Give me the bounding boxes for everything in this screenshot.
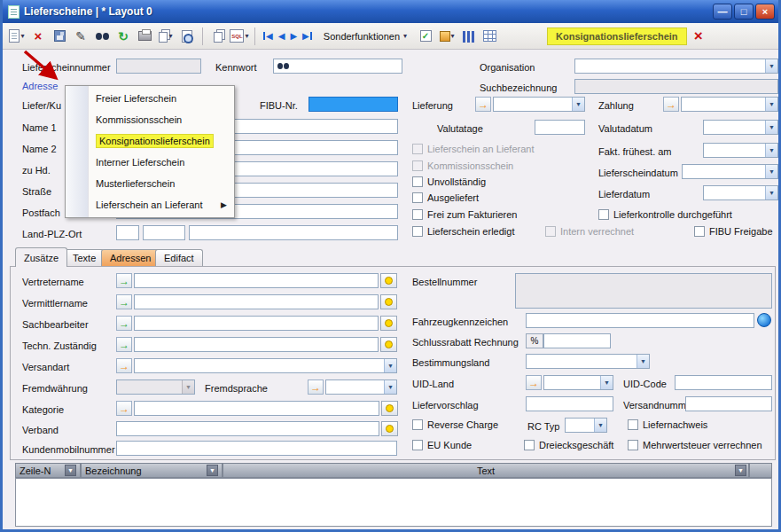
copy-button[interactable] — [208, 27, 228, 46]
adresse-link[interactable]: Adresse — [22, 80, 58, 92]
unvollstaendig-checkbox[interactable] — [412, 176, 423, 187]
valutatage-input[interactable] — [535, 120, 585, 135]
fill-dropdown-arrow[interactable]: ▾ — [451, 32, 455, 40]
chevron-down-icon[interactable]: ▼ — [765, 144, 777, 157]
search-button[interactable] — [92, 27, 112, 46]
edit-button[interactable]: ✎ — [71, 27, 90, 46]
filter-dropdown-icon[interactable]: ▼ — [207, 465, 218, 476]
new-dropdown-arrow[interactable]: ▾ — [20, 32, 24, 40]
uid-code-input[interactable] — [675, 375, 772, 390]
table-header-zeile[interactable]: Zeile-N ▼ — [15, 463, 81, 478]
refresh-button[interactable]: ↻ — [113, 27, 133, 46]
kategorie-lookup-button[interactable]: → — [116, 401, 132, 416]
chevron-down-icon[interactable]: ▼ — [765, 98, 777, 111]
versandart-lookup-button[interactable]: → — [116, 358, 132, 373]
sonderfunktionen-button[interactable]: Sonderfunktionen ▾ — [316, 27, 414, 46]
nav-last-button[interactable]: ▶ — [301, 27, 315, 45]
fakt-fruehest-date-input[interactable]: ▼ — [703, 143, 778, 158]
fibu-nr-input[interactable] — [308, 97, 398, 112]
mehrwertsteuer-checkbox[interactable] — [628, 440, 638, 450]
sql-dropdown-arrow[interactable]: ▾ — [245, 32, 248, 40]
rc-typ-combo[interactable]: ▼ — [565, 418, 607, 433]
dreiecksgeschaeft-checkbox[interactable] — [524, 440, 535, 450]
tab-edifact[interactable]: Edifact — [155, 249, 203, 266]
menu-item-freier-lieferschein[interactable]: Freier Lieferschein — [66, 88, 234, 109]
intern-verrechnet-checkbox[interactable] — [545, 226, 556, 237]
chevron-down-icon[interactable]: ▼ — [572, 98, 584, 111]
vertretername-input[interactable] — [134, 273, 379, 288]
nav-first-button[interactable]: ◀ — [261, 27, 275, 45]
frei-zum-fakturieren-checkbox[interactable] — [412, 209, 423, 220]
kategorie-phone-button[interactable] — [381, 401, 398, 416]
bestellnummer-box[interactable] — [515, 273, 772, 309]
lieferkontrolle-checkbox[interactable] — [598, 209, 609, 220]
valutadatum-date-input[interactable]: ▼ — [703, 120, 778, 135]
schlussrabatt-input[interactable] — [543, 333, 611, 348]
table-body[interactable] — [15, 478, 772, 527]
lieferschein-erledigt-checkbox[interactable] — [412, 226, 423, 237]
vertretername-lookup-button[interactable]: → — [116, 273, 132, 288]
uid-land-lookup-button[interactable]: → — [526, 375, 542, 390]
chevron-down-icon[interactable]: ▼ — [182, 380, 194, 394]
lieferung-lookup-button[interactable]: → — [475, 97, 491, 112]
eu-kunde-checkbox[interactable] — [412, 440, 423, 450]
sachbearbeiter-input[interactable] — [134, 316, 379, 331]
chevron-down-icon[interactable]: ▼ — [594, 419, 606, 432]
kategorie-input[interactable] — [134, 401, 379, 416]
layout-button[interactable]: ▾ — [156, 27, 176, 46]
tab-adressen[interactable]: Adressen — [101, 249, 160, 266]
context-clear-button[interactable]: × — [689, 27, 708, 46]
ausgeliefert-checkbox[interactable] — [412, 192, 423, 203]
chevron-down-icon[interactable]: ▼ — [765, 121, 777, 134]
layout-dropdown-arrow[interactable]: ▾ — [168, 32, 172, 40]
liefernachweis-checkbox[interactable] — [628, 419, 638, 430]
vermittlername-phone-button[interactable] — [380, 294, 397, 309]
delete-button[interactable]: × — [28, 27, 48, 46]
bestimmungsland-combo[interactable]: ▼ — [526, 354, 650, 369]
menu-item-kommissionsschein[interactable]: Kommissionsschein — [66, 109, 234, 130]
chevron-down-icon[interactable]: ▼ — [384, 359, 396, 372]
techn-zustaendig-input[interactable] — [134, 337, 379, 352]
fremdwaehrung-combo[interactable]: ▼ — [116, 379, 195, 395]
chevron-down-icon[interactable]: ▼ — [765, 165, 777, 178]
versandart-combo[interactable]: ▼ — [134, 358, 397, 373]
checkbox-tool-button[interactable]: ✓ — [416, 27, 435, 46]
kundenmobilnummer-input[interactable] — [116, 441, 397, 456]
fibu-freigabe-checkbox[interactable] — [694, 226, 705, 237]
chevron-down-icon[interactable]: ▼ — [765, 59, 777, 73]
fremdsprache-combo[interactable]: ▼ — [325, 379, 397, 395]
chevron-down-icon[interactable]: ▼ — [384, 380, 396, 394]
kennwort-input[interactable] — [273, 59, 402, 74]
menu-item-musterlieferschein[interactable]: Musterlieferschein — [66, 173, 234, 194]
fill-tool-button[interactable]: ▾ — [437, 27, 457, 46]
menu-item-interner-lieferschein[interactable]: Interner Lieferschein — [66, 152, 234, 173]
table-header-bezeichnung[interactable]: Bezeichnung ▼ — [81, 463, 223, 478]
sachbearbeiter-lookup-button[interactable]: → — [116, 316, 132, 331]
verband-input[interactable] — [116, 421, 379, 436]
lieferscheindatum-date-input[interactable]: ▼ — [682, 164, 778, 179]
lieferung-combo[interactable]: ▼ — [493, 97, 585, 112]
organisation-combo[interactable]: ▼ — [574, 59, 778, 74]
nav-next-button[interactable]: ▶ — [288, 27, 299, 45]
table-header-text[interactable]: Text ▼ — [223, 463, 749, 478]
vermittlername-lookup-button[interactable]: → — [116, 294, 132, 309]
lieferscheinnummer-input[interactable] — [116, 59, 201, 74]
land-input[interactable] — [116, 225, 139, 240]
close-button[interactable]: × — [755, 4, 775, 20]
zahlung-combo[interactable]: ▼ — [681, 97, 778, 112]
titlebar[interactable]: Lieferscheine | * Layout 0 — □ × — [3, 0, 778, 23]
reverse-charge-checkbox[interactable] — [412, 419, 423, 430]
vermittlername-input[interactable] — [134, 294, 379, 309]
preview-button[interactable] — [177, 27, 197, 46]
suchbezeichnung-input[interactable] — [574, 79, 778, 94]
menu-item-konsignationslieferschein[interactable]: Konsignationslieferschein — [66, 130, 234, 152]
print-button[interactable] — [135, 27, 154, 46]
minimize-button[interactable]: — — [713, 4, 732, 20]
nav-prev-button[interactable]: ◀ — [277, 27, 287, 45]
uid-land-combo[interactable]: ▼ — [543, 375, 613, 390]
fahrzeugkennzeichen-input[interactable] — [526, 313, 754, 328]
versandnummer-input[interactable] — [685, 396, 772, 411]
save-button[interactable] — [50, 27, 69, 46]
globe-icon[interactable] — [757, 313, 771, 327]
fremdsprache-lookup-button[interactable]: → — [308, 379, 324, 395]
